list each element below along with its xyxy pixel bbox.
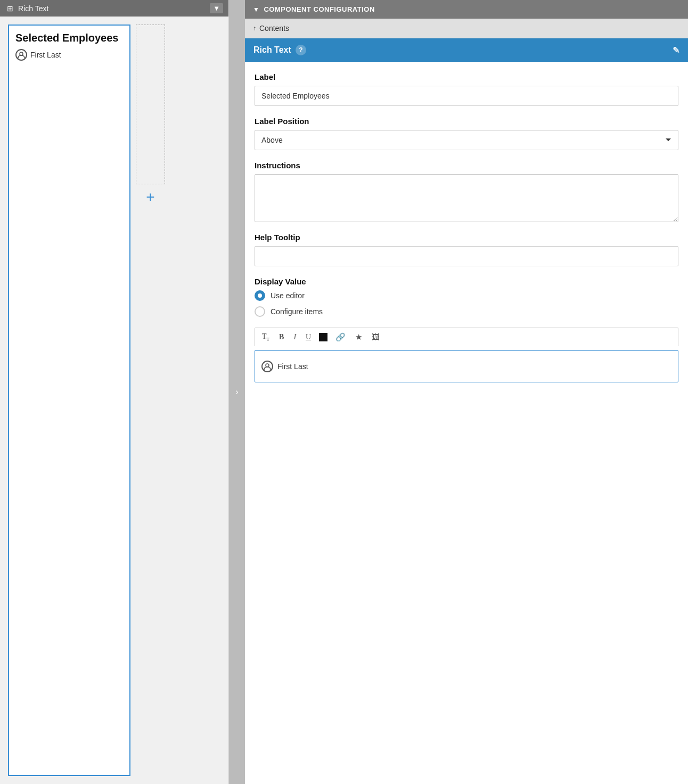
- top-bar-title: Rich Text: [18, 4, 207, 13]
- label-field-label: Label: [255, 72, 678, 81]
- label-input[interactable]: [255, 86, 678, 106]
- contents-arrow-icon: ↑: [253, 24, 256, 32]
- placeholder-column: +: [136, 24, 165, 776]
- collapse-toggle[interactable]: ›: [229, 0, 245, 784]
- contents-label: Contents: [259, 24, 289, 32]
- config-body: Label Label Position Above Below Left Ri…: [245, 62, 688, 393]
- editor-user-icon: [261, 361, 273, 372]
- rich-text-header-left: Rich Text ?: [253, 45, 306, 55]
- font-size-button[interactable]: TT: [260, 331, 271, 343]
- rich-text-section-header: Rich Text ? ✎: [245, 38, 688, 62]
- label-position-field-group: Label Position Above Below Left Right Hi…: [255, 117, 678, 150]
- label-position-select[interactable]: Above Below Left Right Hidden: [255, 130, 678, 150]
- display-value-field-group: Display Value Use editor Configure items: [255, 277, 678, 317]
- widget-user-row: First Last: [15, 49, 123, 61]
- label-field-group: Label: [255, 72, 678, 106]
- display-value-label: Display Value: [255, 277, 678, 286]
- editor-content[interactable]: First Last: [255, 350, 678, 382]
- top-bar: ⊞ Rich Text ▼: [0, 0, 228, 17]
- config-collapse-icon[interactable]: ▼: [253, 6, 259, 13]
- editor-content-text: First Last: [277, 362, 308, 371]
- radio-configure-items-label: Configure items: [271, 307, 323, 316]
- canvas-area: Selected Employees First Last +: [0, 17, 228, 784]
- radio-use-editor-label: Use editor: [271, 291, 305, 300]
- top-bar-dropdown-button[interactable]: ▼: [210, 3, 223, 13]
- link-button[interactable]: 🔗: [334, 331, 347, 343]
- radio-configure-items[interactable]: Configure items: [255, 306, 678, 317]
- widget-card[interactable]: Selected Employees First Last: [8, 24, 130, 776]
- config-header-title: COMPONENT CONFIGURATION: [264, 5, 374, 13]
- image-button[interactable]: 🖼: [370, 332, 381, 343]
- user-avatar-icon: [15, 49, 27, 61]
- label-position-label: Label Position: [255, 117, 678, 126]
- radio-configure-items-circle[interactable]: [255, 306, 265, 317]
- left-panel: ⊞ Rich Text ▼ Selected Employees First L…: [0, 0, 229, 784]
- config-header: ▼ COMPONENT CONFIGURATION: [245, 0, 688, 19]
- component-icon: ⊞: [5, 4, 15, 13]
- dashed-placeholder: [136, 24, 165, 184]
- bold-button[interactable]: B: [277, 332, 285, 342]
- rich-text-header-title: Rich Text: [253, 45, 291, 55]
- radio-use-editor[interactable]: Use editor: [255, 290, 678, 301]
- display-value-radio-group: Use editor Configure items: [255, 290, 678, 317]
- edit-icon[interactable]: ✎: [673, 45, 679, 55]
- widget-user-label: First Last: [30, 51, 61, 59]
- radio-use-editor-circle[interactable]: [255, 290, 265, 301]
- help-tooltip-label: Help Tooltip: [255, 233, 678, 242]
- svg-point-1: [266, 364, 269, 367]
- add-button-area[interactable]: +: [141, 184, 160, 210]
- instructions-textarea[interactable]: [255, 174, 678, 222]
- widget-title: Selected Employees: [15, 31, 123, 45]
- editor-toolbar: TT B I U 🔗 ★ 🖼: [255, 328, 678, 346]
- editor-field-group: TT B I U 🔗 ★ 🖼 First Last: [255, 328, 678, 382]
- color-picker-button[interactable]: [319, 333, 327, 341]
- collapse-arrow: ›: [235, 387, 238, 397]
- add-icon[interactable]: +: [146, 190, 154, 205]
- italic-button[interactable]: I: [292, 332, 298, 342]
- help-tooltip-input[interactable]: [255, 246, 678, 266]
- underline-button[interactable]: U: [304, 332, 313, 342]
- svg-point-0: [20, 52, 23, 55]
- star-button[interactable]: ★: [354, 331, 364, 343]
- contents-bar[interactable]: ↑ Contents: [245, 19, 688, 38]
- help-badge[interactable]: ?: [296, 45, 306, 55]
- instructions-field-group: Instructions: [255, 161, 678, 222]
- right-panel: ▼ COMPONENT CONFIGURATION ↑ Contents Ric…: [245, 0, 688, 784]
- help-tooltip-field-group: Help Tooltip: [255, 233, 678, 266]
- instructions-label: Instructions: [255, 161, 678, 170]
